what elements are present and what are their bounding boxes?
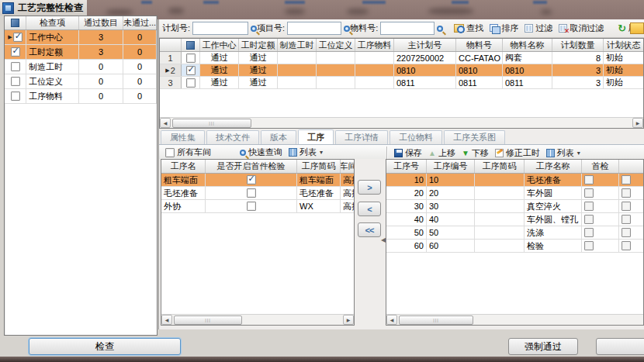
column-header[interactable]: 未通过... — [123, 16, 157, 29]
tab-attribute-set[interactable]: 属性集 — [161, 130, 205, 144]
first-check-cell[interactable] — [582, 174, 619, 186]
column-header[interactable]: 计划数量 — [552, 39, 604, 51]
fix-hours-button[interactable]: 修正工时 — [495, 147, 540, 159]
checkbox[interactable] — [11, 77, 20, 86]
quick-query-button[interactable]: 快速查询 — [240, 147, 282, 158]
first-check-cell[interactable] — [582, 200, 619, 212]
table-row[interactable]: 制造工时 0 0 — [5, 60, 157, 74]
column-header[interactable]: 工作中心 — [200, 39, 239, 51]
checkbox[interactable] — [621, 188, 631, 198]
column-header[interactable]: 工序编号 — [427, 160, 475, 173]
column-header[interactable]: 首检 — [582, 160, 619, 173]
checkbox[interactable] — [186, 78, 196, 88]
horizontal-scrollbar[interactable]: ◀ ||| — [386, 314, 643, 325]
column-header[interactable] — [619, 160, 643, 173]
column-header[interactable]: 工序简码 — [297, 160, 341, 173]
column-header[interactable]: 通过数目 — [79, 16, 123, 29]
plan-no-input[interactable] — [192, 22, 248, 35]
move-down-button[interactable]: ▼ 下移 — [462, 147, 489, 159]
checkbox[interactable] — [11, 91, 20, 101]
column-header[interactable]: 工序物料 — [355, 39, 394, 51]
scrollbar-thumb[interactable]: ||| — [174, 315, 242, 325]
cancel-filter-button[interactable]: 取消过滤 — [559, 22, 604, 34]
row-check-cell[interactable]: ▶ — [5, 30, 26, 44]
save-button[interactable]: 保存 — [394, 147, 422, 159]
row-check-cell[interactable] — [5, 89, 26, 103]
checkbox[interactable] — [13, 33, 23, 42]
column-header[interactable]: 主计划号 — [394, 39, 456, 51]
column-header[interactable]: 计划状态 — [604, 39, 643, 51]
column-header[interactable]: 工序名称 — [525, 160, 582, 173]
check-item-cell[interactable]: 工序物料 — [26, 89, 79, 103]
check-cell[interactable] — [619, 213, 643, 226]
table-row[interactable]: 3 通过 通过 0811 0811 0811 3 初始 — [160, 77, 643, 89]
first-check-cell[interactable] — [206, 187, 297, 199]
table-row[interactable]: 40 40 车外圆、镗孔 — [386, 213, 643, 226]
check-item-cell[interactable]: 工时定额 — [26, 45, 79, 59]
row-check-cell[interactable] — [5, 60, 26, 74]
check-cell[interactable] — [619, 226, 643, 239]
search-icon[interactable] — [437, 26, 443, 32]
remove-all-button[interactable]: << — [358, 222, 381, 237]
checkbox[interactable] — [621, 202, 631, 211]
scroll-right-button[interactable]: ▶ — [343, 315, 354, 325]
check-cell[interactable] — [619, 174, 643, 186]
row-check-cell[interactable] — [182, 64, 200, 76]
table-row[interactable]: ▶2 通过 通过 0810 0810 0810 3 初始 — [160, 64, 643, 77]
table-row[interactable]: 工序物料 0 0 — [5, 89, 157, 104]
column-header[interactable]: 工时定额 — [239, 39, 278, 51]
checkbox[interactable] — [621, 228, 631, 237]
table-row[interactable]: 毛坯准备 毛坯准备 高排车间 — [161, 187, 354, 200]
tab-process-details[interactable]: 工序详情 — [335, 130, 388, 144]
column-header[interactable]: 物料名称 — [503, 39, 552, 51]
checkbox[interactable] — [584, 228, 594, 237]
search-icon[interactable] — [344, 26, 350, 32]
column-header[interactable]: 工序简码 — [475, 160, 525, 173]
column-header[interactable]: 制造工时 — [278, 39, 317, 51]
sort-button[interactable]: 排序 — [490, 22, 518, 34]
checkbox[interactable] — [11, 62, 20, 71]
tab-version[interactable]: 版本 — [261, 130, 296, 144]
tab-process-relation[interactable]: 工序关系图 — [444, 130, 505, 144]
check-item-cell[interactable]: 工位定义 — [26, 74, 79, 88]
scroll-left-button[interactable]: ◀ — [160, 118, 171, 128]
select-all-cell[interactable] — [5, 16, 26, 29]
row-check-cell[interactable] — [5, 74, 26, 88]
scrollbar-thumb[interactable]: ||| — [172, 119, 251, 128]
checkbox[interactable] — [247, 188, 256, 198]
first-check-cell[interactable] — [582, 213, 619, 226]
checkbox[interactable] — [584, 241, 594, 250]
scroll-left-button[interactable]: ◀ — [161, 315, 172, 325]
checkbox[interactable] — [584, 175, 594, 184]
scroll-right-button[interactable]: ▶ — [632, 118, 643, 128]
force-pass-button[interactable]: 强制通过 — [508, 338, 578, 355]
check-cell[interactable] — [619, 200, 643, 212]
project-no-input[interactable] — [287, 22, 341, 35]
remove-process-button[interactable]: < — [358, 202, 381, 216]
tab-process[interactable]: 工序 — [298, 129, 334, 144]
filter-button[interactable]: 过滤 — [525, 22, 552, 34]
check-cell[interactable] — [619, 187, 643, 199]
column-header[interactable]: 物料号 — [456, 39, 503, 51]
add-process-button[interactable]: > — [358, 180, 381, 195]
column-header[interactable]: 工序号 — [386, 160, 427, 173]
checkbox[interactable] — [186, 66, 196, 75]
checkbox[interactable] — [621, 241, 631, 250]
row-check-cell[interactable] — [182, 52, 200, 64]
checkbox[interactable] — [584, 215, 594, 224]
check-item-cell[interactable]: 工作中心 — [26, 30, 79, 44]
column-header[interactable]: 工序名 — [161, 160, 206, 173]
table-row[interactable]: 1 通过 通过 2207250002 CC-FATAO 阀套 8 初始 — [160, 52, 643, 64]
find-button[interactable]: 查找 — [454, 22, 483, 34]
horizontal-scrollbar[interactable]: ◀ ||| ▶ — [161, 314, 354, 325]
first-check-cell[interactable] — [582, 187, 619, 199]
table-row[interactable]: 粗车端面 粗车端面 高排车间 — [161, 174, 354, 187]
list-dropdown[interactable]: 列表 ▾ — [289, 147, 323, 158]
table-row[interactable]: 60 60 检验 — [386, 240, 643, 253]
checkbox[interactable] — [584, 188, 594, 198]
material-no-input[interactable] — [380, 22, 435, 35]
list-dropdown[interactable]: 列表 ▾ — [546, 147, 580, 159]
checkbox[interactable] — [11, 47, 20, 57]
column-header[interactable]: 是否开启首件检验 — [206, 160, 297, 173]
checkbox[interactable] — [247, 202, 256, 211]
